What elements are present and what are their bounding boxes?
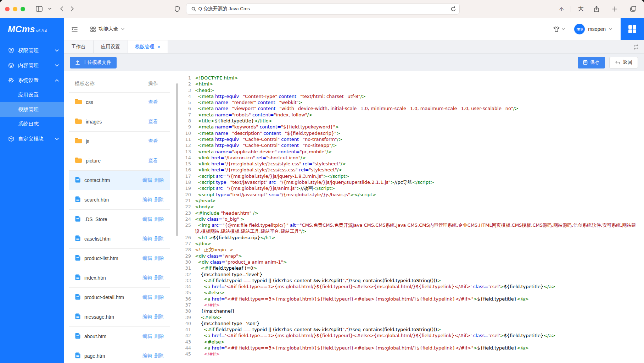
file-icon	[75, 254, 81, 262]
table-row[interactable]: search.htm 编辑删除	[69, 190, 170, 210]
table-row[interactable]: page.htm 编辑删除	[69, 346, 170, 363]
action-link-删除[interactable]: 删除	[154, 197, 164, 202]
share-icon[interactable]	[594, 6, 599, 12]
logo-version: v5.3.4	[36, 29, 47, 33]
sidebar-subitem-应用设置[interactable]: 应用设置	[0, 88, 64, 102]
table-row[interactable]: images 查看	[69, 112, 170, 132]
template-panel: 模板名称 操作 css 查看 images 查看	[64, 71, 644, 363]
table-row[interactable]: picture 查看	[69, 151, 170, 171]
action-link-查看[interactable]: 查看	[149, 119, 158, 124]
action-link-删除[interactable]: 删除	[154, 216, 164, 222]
chevron-down-icon[interactable]	[48, 8, 51, 10]
font-larger-button[interactable]: 大	[578, 5, 584, 13]
action-link-删除[interactable]: 删除	[154, 275, 164, 280]
action-link-删除[interactable]: 删除	[154, 255, 164, 261]
code-line: 38 {/ms:channel}	[179, 308, 643, 314]
privacy-shield-icon[interactable]	[175, 6, 180, 12]
sidebar-item-label: 自定义模块	[18, 136, 44, 142]
table-row[interactable]: product-list.htm 编辑删除	[69, 249, 170, 268]
code-line: 45 </#if>	[179, 351, 643, 357]
action-link-删除[interactable]: 删除	[154, 295, 164, 300]
sidebar-subitem-模版管理[interactable]: 模版管理	[0, 102, 64, 117]
line-number: 8	[179, 118, 195, 124]
action-link-查看[interactable]: 查看	[149, 99, 158, 105]
new-tab-icon[interactable]	[612, 6, 617, 12]
tab-refresh-icon[interactable]	[628, 40, 644, 53]
action-link-编辑[interactable]: 编辑	[142, 236, 152, 241]
action-link-编辑[interactable]: 编辑	[142, 216, 152, 222]
action-link-编辑[interactable]: 编辑	[142, 177, 152, 183]
table-row[interactable]: .DS_Store 编辑删除	[69, 210, 170, 229]
sidebar-item-权限管理[interactable]: 权限管理	[0, 43, 64, 58]
action-link-删除[interactable]: 删除	[154, 236, 164, 241]
table-row[interactable]: message.htm 编辑删除	[69, 307, 170, 327]
code-editor[interactable]: 1 <!DOCTYPE html> 2 <html> 3 <head> 4 <m…	[179, 71, 644, 363]
save-button[interactable]: 保存	[578, 57, 605, 68]
table-row[interactable]: product-detail.htm 编辑删除	[69, 288, 170, 307]
action-link-编辑[interactable]: 编辑	[142, 275, 152, 280]
tab-工作台[interactable]: 工作台	[64, 40, 94, 53]
font-smaller-button[interactable]: 小	[559, 6, 564, 12]
forward-icon[interactable]	[71, 6, 74, 12]
action-link-删除[interactable]: 删除	[154, 177, 164, 183]
tab-overview-icon[interactable]	[630, 6, 636, 12]
sidebar-toggle-icon[interactable]	[36, 6, 43, 12]
app-menu-trigger[interactable]: 功能大全	[90, 26, 124, 32]
code-line: 27 </div>	[179, 241, 643, 247]
close-tab-icon[interactable]: ×	[158, 44, 161, 50]
action-link-编辑[interactable]: 编辑	[142, 334, 152, 339]
user-menu[interactable]: ms msopen	[574, 24, 612, 34]
sidebar-item-系统设置[interactable]: 系统设置	[0, 73, 64, 88]
line-number: 10	[179, 130, 195, 136]
code-line: 44 <a href="<#if field.type==3>{ms:globa…	[179, 345, 643, 351]
sidebar-subitem-系统日志[interactable]: 系统日志	[0, 117, 64, 131]
theme-switcher[interactable]	[553, 26, 565, 32]
action-link-编辑[interactable]: 编辑	[142, 255, 152, 261]
close-window-button[interactable]	[5, 7, 10, 11]
line-number: 32	[179, 271, 195, 277]
line-number: 27	[179, 241, 195, 247]
table-row[interactable]: caselist.htm 编辑删除	[69, 229, 170, 249]
upload-template-button[interactable]: 上传模板文件	[70, 57, 117, 68]
sidebar-item-自定义模块[interactable]: 自定义模块	[0, 131, 64, 146]
file-icon	[75, 176, 81, 184]
back-icon[interactable]	[60, 6, 63, 12]
action-link-查看[interactable]: 查看	[149, 158, 158, 163]
tab-应用设置[interactable]: 应用设置	[94, 40, 128, 53]
action-link-编辑[interactable]: 编辑	[142, 314, 152, 319]
line-number: 34	[179, 284, 195, 290]
table-row[interactable]: about.htm 编辑删除	[69, 327, 170, 346]
line-number: 37	[179, 302, 195, 308]
code-line: 3 <head>	[179, 87, 643, 93]
back-button[interactable]: 返回	[609, 57, 638, 68]
scrollbar-thumb[interactable]	[176, 83, 178, 236]
table-row[interactable]: contact.htm 编辑删除	[69, 171, 170, 190]
action-link-删除[interactable]: 删除	[154, 334, 164, 339]
minimize-window-button[interactable]	[13, 7, 17, 11]
action-link-编辑[interactable]: 编辑	[142, 295, 152, 300]
zoom-window-button[interactable]	[21, 7, 25, 11]
apps-grid-button[interactable]	[621, 18, 644, 40]
file-icon	[75, 215, 81, 223]
table-row[interactable]: index.htm 编辑删除	[69, 268, 170, 288]
tab-模版管理[interactable]: 模版管理 ×	[128, 40, 168, 53]
sidebar-item-内容管理[interactable]: 内容管理	[0, 58, 64, 73]
chevron-icon	[55, 78, 59, 82]
address-bar[interactable]: Q 免疫开源的 Java Cms	[186, 3, 460, 15]
code-line: 13 <meta name="applicable-device" conten…	[179, 149, 643, 155]
reload-icon[interactable]	[451, 6, 456, 12]
action-link-删除[interactable]: 删除	[154, 314, 164, 319]
action-link-删除[interactable]: 删除	[154, 353, 164, 358]
action-link-编辑[interactable]: 编辑	[142, 197, 152, 202]
code-line: 11 <meta http-equiv="Cache-Control" cont…	[179, 136, 643, 142]
line-number: 22	[179, 204, 195, 210]
table-row[interactable]: js 查看	[69, 132, 170, 151]
file-icon	[75, 274, 81, 282]
action-link-查看[interactable]: 查看	[149, 138, 158, 144]
tabbar: 工作台 应用设置 模版管理 ×	[64, 40, 644, 54]
action-link-编辑[interactable]: 编辑	[142, 353, 152, 358]
line-number: 30	[179, 259, 195, 265]
menu-fold-icon[interactable]	[72, 27, 78, 32]
content-area: 上传模板文件 保存 返回	[64, 54, 644, 363]
table-row[interactable]: css 查看	[69, 93, 170, 112]
